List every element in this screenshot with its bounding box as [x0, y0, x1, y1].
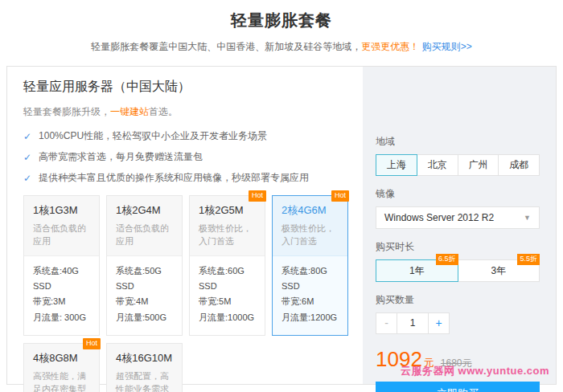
duration-1year[interactable]: 1年 6.5折 — [376, 259, 458, 282]
plan-name: 4核8G8M — [33, 351, 90, 365]
feature-list: ✓100%CPU性能，轻松驾驭中小企业及开发者业务场景 ✓高带宽需求首选，每月免… — [23, 129, 348, 185]
plan-desc: 适合低负载的应用 — [33, 223, 90, 248]
plan-desc: 超强配置，高性能业务需求首选 — [116, 370, 173, 392]
purchase-config-panel: 地域 上海 北京 广州 成都 镜像 Windows Server 2012 R2… — [363, 67, 556, 384]
plan-name: 4核16G10M — [116, 351, 173, 365]
feature-item: ✓100%CPU性能，轻松驾驭中小企业及开发者业务场景 — [23, 129, 348, 143]
plan-disk: 系统盘:80G SSD — [282, 263, 339, 295]
plan-name: 1核2G5M — [199, 203, 256, 218]
plan-disk: 系统盘:40G SSD — [33, 263, 90, 295]
subtitle-promo: 更强更优惠！ — [361, 41, 419, 52]
duration-3year[interactable]: 3年 5.5折 — [458, 259, 540, 282]
plan-card-4c8g8m[interactable]: Hot 4核8G8M 高强性能，满足内存密集型应用 系统盘:100G SSD 带… — [23, 343, 100, 392]
plan-traffic: 月流量:1000G — [199, 310, 256, 325]
region-beijing[interactable]: 北京 — [417, 154, 458, 176]
check-icon: ✓ — [23, 152, 31, 163]
feature-item: ✓提供种类丰富且优质的操作系统和应用镜像，秒级部署专属应用 — [23, 171, 348, 185]
quantity-stepper: - 1 + — [376, 312, 540, 334]
region-group: 上海 北京 广州 成都 — [376, 154, 540, 176]
plan-traffic: 月流量:1200G — [282, 310, 339, 325]
plan-bandwidth: 带宽:5M — [199, 294, 256, 309]
panel-title: 轻量应用服务器（中国大陆） — [23, 79, 348, 96]
check-icon: ✓ — [23, 173, 31, 184]
plan-disk: 系统盘:60G SSD — [199, 263, 256, 295]
plan-name: 1核2G4M — [116, 203, 173, 218]
plan-desc: 极致性价比，入门首选 — [282, 223, 339, 248]
plan-bandwidth: 带宽:6M — [282, 294, 339, 309]
discount-badge: 5.5折 — [517, 254, 540, 265]
plan-name: 1核1G3M — [33, 203, 90, 218]
page-title: 轻量膨胀套餐 — [0, 0, 563, 31]
subtitle-text: 轻量膨胀套餐覆盖中国大陆、中国香港、新加坡及硅谷等地域， — [91, 41, 361, 52]
plan-desc: 极致性价比，入门首选 — [199, 223, 256, 248]
region-chengdu[interactable]: 成都 — [498, 154, 540, 176]
purchase-rules-link[interactable]: 购买规则>> — [422, 41, 472, 52]
plan-traffic: 月流量: 300G — [33, 310, 90, 325]
chevron-down-icon: ▼ — [524, 207, 531, 228]
plan-desc: 高强性能，满足内存密集型应用 — [33, 370, 90, 392]
tagline-highlight: 一键建站 — [110, 106, 149, 117]
quantity-value[interactable]: 1 — [397, 312, 429, 334]
plan-card-1c2g5m[interactable]: Hot 1核2G5M 极致性价比，入门首选 系统盘:60G SSD 带宽:5M … — [189, 195, 265, 336]
region-guangzhou[interactable]: 广州 — [458, 154, 499, 176]
plan-disk: 系统盘:50G SSD — [116, 263, 173, 295]
plan-traffic: 月流量:500G — [116, 310, 173, 325]
plan-bandwidth: 带宽:4M — [116, 294, 173, 309]
image-label: 镜像 — [376, 187, 540, 201]
hot-badge: Hot — [249, 190, 266, 202]
discount-badge: 6.5折 — [436, 254, 458, 265]
feature-item: ✓高带宽需求首选，每月免费赠送流量包 — [23, 150, 348, 164]
quantity-label: 购买数量 — [376, 293, 540, 307]
plan-name: 2核4G6M — [282, 203, 339, 218]
hot-badge: Hot — [331, 190, 349, 202]
page-subtitle: 轻量膨胀套餐覆盖中国大陆、中国香港、新加坡及硅谷等地域，更强更优惠！ 购买规则>… — [0, 40, 563, 54]
plan-card-1c2g4m[interactable]: Hot 1核2G4M 适合低负载的应用 系统盘:50G SSD 带宽:4M 月流… — [106, 195, 183, 336]
plan-grid: Hot 1核1G3M 适合低负载的应用 系统盘:40G SSD 带宽:3M 月流… — [23, 195, 348, 392]
duration-label: 购买时长 — [376, 240, 540, 254]
image-select[interactable]: Windows Server 2012 R2 ▼ — [376, 206, 540, 229]
buy-now-button[interactable]: 立即购买 — [376, 382, 540, 392]
check-icon: ✓ — [23, 131, 31, 142]
quantity-plus-button[interactable]: + — [428, 312, 450, 334]
image-select-value: Windows Server 2012 R2 — [384, 207, 494, 228]
hot-badge: Hot — [83, 338, 101, 349]
plan-desc: 适合低负载的应用 — [116, 223, 173, 248]
plan-card-4c16g10m[interactable]: Hot 4核16G10M 超强配置，高性能业务需求首选 系统盘:120G SSD… — [106, 343, 183, 392]
plan-card-1c1g3m[interactable]: Hot 1核1G3M 适合低负载的应用 系统盘:40G SSD 带宽:3M 月流… — [23, 195, 100, 336]
region-label: 地域 — [376, 135, 540, 149]
panel-tagline: 轻量套餐膨胀升级，一键建站首选。 — [23, 105, 348, 119]
server-panel: 轻量应用服务器（中国大陆） 轻量套餐膨胀升级，一键建站首选。 ✓100%CPU性… — [7, 67, 363, 384]
watermark: 云服务器网 www.yuntue.com — [401, 364, 549, 378]
plan-bandwidth: 带宽:3M — [33, 294, 90, 309]
plan-card-2c4g6m-selected[interactable]: Hot 2核4G6M 极致性价比，入门首选 系统盘:80G SSD 带宽:6M … — [272, 195, 348, 336]
main-container: 轻量应用服务器（中国大陆） 轻量套餐膨胀升级，一键建站首选。 ✓100%CPU性… — [6, 66, 557, 385]
duration-group: 1年 6.5折 3年 5.5折 — [376, 259, 540, 282]
quantity-minus-button[interactable]: - — [376, 312, 397, 334]
region-shanghai[interactable]: 上海 — [376, 154, 417, 176]
